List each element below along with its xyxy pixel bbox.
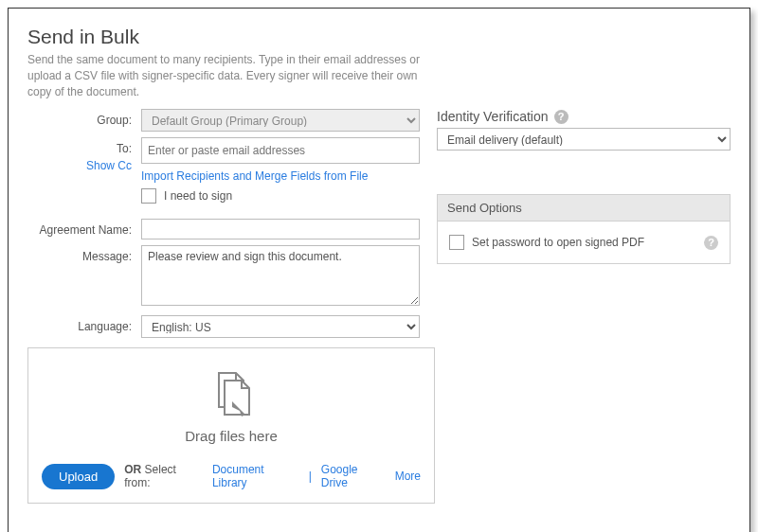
files-icon bbox=[204, 369, 259, 424]
help-icon[interactable]: ? bbox=[704, 236, 718, 250]
send-options-heading: Send Options bbox=[438, 195, 730, 222]
help-icon[interactable]: ? bbox=[554, 110, 568, 124]
send-in-bulk-panel: Send in Bulk Send the same document to m… bbox=[8, 8, 750, 532]
message-label: Message: bbox=[27, 245, 141, 263]
language-select[interactable]: English: US bbox=[141, 315, 420, 338]
show-cc-link[interactable]: Show Cc bbox=[86, 159, 132, 172]
to-input[interactable] bbox=[141, 137, 420, 164]
group-select[interactable]: Default Group (Primary Group) bbox=[141, 109, 420, 132]
need-to-sign-checkbox[interactable] bbox=[141, 188, 156, 204]
identity-verification-select[interactable]: Email delivery (default) bbox=[437, 128, 731, 151]
agreement-name-label: Agreement Name: bbox=[27, 219, 141, 237]
send-options-panel: Send Options Set password to open signed… bbox=[437, 194, 731, 264]
more-link[interactable]: More bbox=[395, 470, 421, 483]
dropzone-text: Drag files here bbox=[185, 428, 278, 444]
upload-button[interactable]: Upload bbox=[42, 464, 115, 489]
message-textarea[interactable] bbox=[141, 245, 420, 306]
document-library-link[interactable]: Document Library bbox=[212, 463, 299, 489]
page-title: Send in Bulk bbox=[27, 26, 731, 48]
group-label: Group: bbox=[27, 109, 141, 127]
language-label: Language: bbox=[27, 315, 141, 333]
to-label: To: bbox=[117, 137, 132, 155]
identity-verification-heading: Identity Verification ? bbox=[437, 109, 731, 124]
select-from-text: OR Select from: bbox=[124, 463, 203, 489]
header: Send in Bulk Send the same document to m… bbox=[27, 26, 731, 99]
set-password-checkbox[interactable] bbox=[449, 235, 464, 250]
agreement-name-input[interactable] bbox=[141, 219, 420, 239]
need-to-sign-label: I need to sign bbox=[164, 189, 232, 203]
google-drive-link[interactable]: Google Drive bbox=[321, 463, 386, 489]
set-password-label: Set password to open signed PDF bbox=[472, 236, 644, 249]
page-subtitle: Send the same document to many recipient… bbox=[27, 52, 425, 99]
file-dropzone[interactable]: Drag files here Upload OR Select from: D… bbox=[27, 347, 435, 504]
import-recipients-link[interactable]: Import Recipients and Merge Fields from … bbox=[141, 169, 420, 183]
